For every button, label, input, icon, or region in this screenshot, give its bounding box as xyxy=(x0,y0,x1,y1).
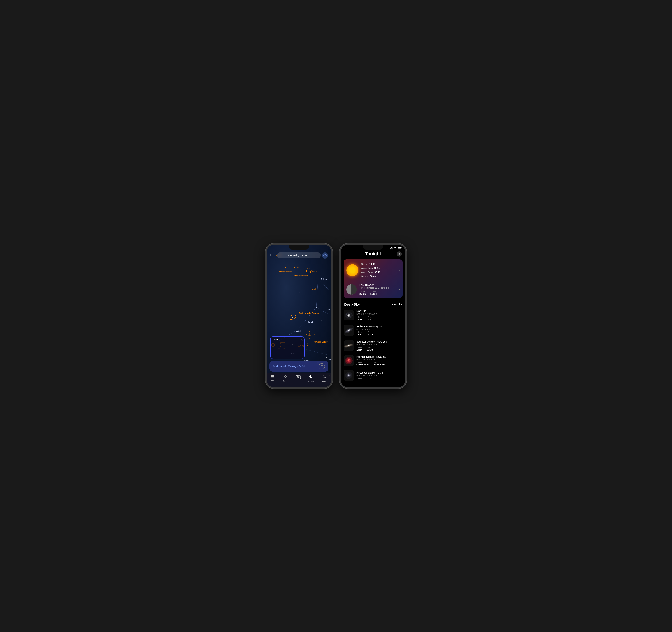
ngc210-thumb xyxy=(343,310,354,321)
svg-line-8 xyxy=(316,278,318,307)
status-bar: .0S xyxy=(341,245,405,249)
sunset-time: 16:42 xyxy=(369,263,375,266)
m31-rises-time: 11:13 xyxy=(356,333,363,336)
svg-point-54 xyxy=(298,377,299,378)
moon-rises-block: Rises 23:36 xyxy=(359,290,366,295)
ngc253-name: Sculptor Galaxy - NGC 253 xyxy=(356,340,403,343)
search-nav-icon xyxy=(322,375,327,380)
moon-times: Rises 23:36 Sets 12:14 xyxy=(359,290,397,295)
ngc210-viewable: DARK SKY VIEWABLE xyxy=(356,313,403,315)
svg-rect-48 xyxy=(284,375,285,376)
ngc253-thumb xyxy=(343,340,354,351)
dso-item-m31[interactable]: Andromeda Galaxy - M 31 CITY VIEWABLE ↑ … xyxy=(341,323,405,338)
gamma-ari-label: γ¹ Ari xyxy=(328,358,331,360)
svg-point-36 xyxy=(321,321,321,321)
moon-rises-time: 23:36 xyxy=(359,293,366,295)
stephans-quintet-3: Stephan's Quintet xyxy=(293,274,308,276)
m31-rises-label: ↑ Rises xyxy=(356,331,363,333)
ngc253-sets-block: ↓ Sets 00:38 xyxy=(367,347,373,351)
moon-dark-side xyxy=(351,284,357,295)
moon-graphic xyxy=(346,284,357,295)
ngc210-name: NGC 210 xyxy=(356,310,403,313)
m33-rises-label: ↑ Rises xyxy=(356,378,362,379)
sun-section[interactable]: Sunset: 16:42 Astro. Dusk: 18:11 Astro. … xyxy=(343,259,403,281)
svg-point-85 xyxy=(350,359,350,359)
nav-search[interactable]: Search xyxy=(321,375,328,382)
dso-item-ngc253[interactable]: Sculptor Galaxy - NGC 253 DARK SKY VIEWA… xyxy=(341,338,405,353)
stephans-quintet-1: Stephan's Quintet xyxy=(284,266,299,268)
svg-point-35 xyxy=(299,293,300,293)
svg-point-33 xyxy=(324,299,325,300)
moon-detail: 49% illuminated, 21.97 days old xyxy=(359,287,397,289)
left-phone: +Zenith N W S E xyxy=(265,243,333,389)
ngc253-rises-block: ↑ Rises 14:56 xyxy=(356,347,363,351)
info-icon[interactable]: i xyxy=(270,253,270,256)
nav-camera[interactable] xyxy=(296,375,301,381)
m33-viewable: DARK SKY VIEWABLE xyxy=(356,374,403,376)
alg-label: Alg xyxy=(328,308,331,310)
m31-sets-block: ↓ Sets 04:12 xyxy=(367,331,373,336)
svg-line-15 xyxy=(306,350,330,355)
tonight-title: Tonight xyxy=(350,251,397,257)
moon-rises-label: Rises xyxy=(360,290,366,293)
ngc281-rises-block: ↑ Rises Circumpolar xyxy=(356,362,368,366)
ngc210-rises-block: ↑ Rises 14:14 xyxy=(356,316,363,321)
selected-object-name: Andromeda Galaxy - M 31 xyxy=(273,365,305,368)
wifi-icon xyxy=(394,247,397,249)
menu-icon: ☰ xyxy=(271,375,274,379)
svg-point-2 xyxy=(292,317,293,318)
svg-point-43 xyxy=(326,357,327,358)
tonight-scroll-area[interactable]: Sunset: 16:42 Astro. Dusk: 18:11 Astro. … xyxy=(341,259,405,381)
moon-phase: Last Quarter xyxy=(359,284,397,286)
dso-item-m33[interactable]: Pinwheel Galaxy - M 33 DARK SKY VIEWABLE… xyxy=(341,368,405,381)
nav-menu[interactable]: ☰ Menu xyxy=(270,375,275,382)
nav-gallery[interactable]: Gallery xyxy=(283,375,289,382)
svg-text:E: E xyxy=(306,334,307,336)
ngc253-info: Sculptor Galaxy - NGC 253 DARK SKY VIEWA… xyxy=(356,340,403,351)
ngc253-rises-label: ↑ Rises xyxy=(356,347,363,348)
ngc281-sets-time: Does not set xyxy=(373,363,385,366)
svg-marker-46 xyxy=(325,256,325,257)
close-button[interactable]: ✕ xyxy=(397,251,402,257)
dso-item-ngc210[interactable]: NGC 210 DARK SKY VIEWABLE ↑ Rises 14:14 xyxy=(341,308,405,323)
nav-tonight[interactable]: Tonight xyxy=(308,375,314,382)
ngc281-times: ↑ Rises Circumpolar ↓ Sets Does not set xyxy=(356,362,403,366)
svg-rect-50 xyxy=(284,377,285,378)
live-box: LIVE ✕ xyxy=(270,336,305,359)
deep-sky-title: Deep Sky xyxy=(344,303,360,306)
live-close-button[interactable]: ✕ xyxy=(300,338,303,342)
battery-icon xyxy=(398,247,402,249)
m31-viewable: CITY VIEWABLE xyxy=(356,328,403,330)
m33-thumb xyxy=(343,370,354,381)
menu-label: Menu xyxy=(270,380,275,382)
ngc281-sets-block: ↓ Sets Does not set xyxy=(373,362,385,366)
search-nav-label: Search xyxy=(321,380,328,382)
compass-icon[interactable] xyxy=(322,252,328,259)
m33-info: Pinwheel Galaxy - M 33 DARK SKY VIEWABLE… xyxy=(356,371,403,379)
search-text: Centering Target... xyxy=(288,254,309,257)
search-bar[interactable]: Centering Target... xyxy=(277,252,321,258)
tonight-nav-label: Tonight xyxy=(308,380,314,382)
dso-item-ngc281[interactable]: Pacman Nebula - NGC 281 DARK SKY VIEWABL… xyxy=(341,353,405,368)
ngc253-viewable: DARK SKY VIEWABLE xyxy=(356,344,403,346)
ngc281-info: Pacman Nebula - NGC 281 DARK SKY VIEWABL… xyxy=(356,355,403,366)
moon-section[interactable]: Last Quarter 49% illuminated, 21.97 days… xyxy=(343,281,403,298)
camera-icon xyxy=(296,375,301,380)
svg-rect-52 xyxy=(296,375,301,379)
m31-info: Andromeda Galaxy - M 31 CITY VIEWABLE ↑ … xyxy=(356,325,403,336)
svg-point-37 xyxy=(283,322,284,322)
view-all-button[interactable]: View All › xyxy=(392,303,402,306)
m31-thumb xyxy=(343,325,354,336)
ngc253-sets-label: ↓ Sets xyxy=(367,347,373,348)
selected-object-bar[interactable]: Andromeda Galaxy - M 31 ⊘ xyxy=(269,361,329,372)
m31-times: ↑ Rises 11:13 ↓ Sets 04:12 xyxy=(356,331,403,336)
ngc210-info: NGC 210 DARK SKY VIEWABLE ↑ Rises 14:14 xyxy=(356,310,403,321)
ngc281-viewable: DARK SKY VIEWABLE xyxy=(356,358,403,361)
gallery-icon xyxy=(284,375,287,379)
no-goto-icon[interactable]: ⊘ xyxy=(319,363,325,370)
svg-point-57 xyxy=(313,376,313,376)
svg-text:N: N xyxy=(309,331,311,332)
svg-point-69 xyxy=(348,315,349,316)
ngc253-sets-time: 00:38 xyxy=(367,348,373,351)
m33-sets-block: ↓ Sets xyxy=(366,378,371,379)
